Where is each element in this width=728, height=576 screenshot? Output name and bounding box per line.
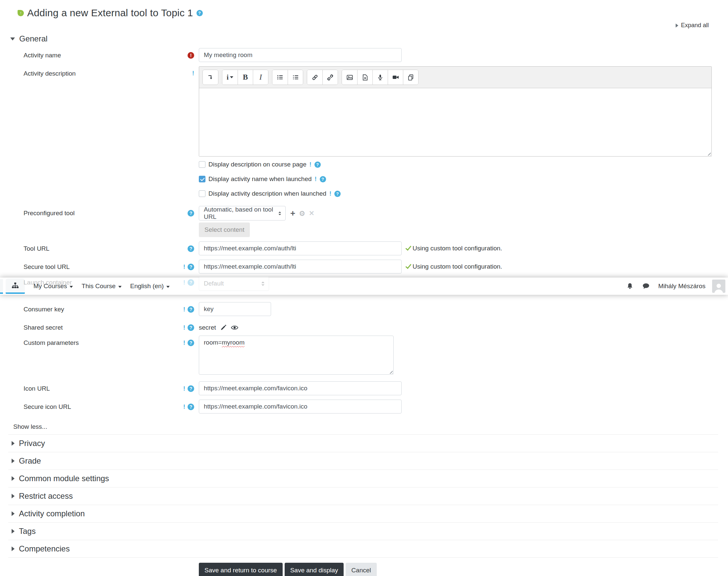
italic-button[interactable]: I xyxy=(253,70,268,85)
required-icon: ! xyxy=(187,52,194,59)
secure-icon-url-label: Secure icon URL xyxy=(24,403,71,410)
display-description-checkbox-row: Display description on course page ! ? xyxy=(199,161,718,168)
record-video-button[interactable] xyxy=(388,70,403,85)
advanced-exclamation-icon: ! xyxy=(183,264,185,270)
activity-name-row: Activity name ! xyxy=(8,48,718,62)
help-icon[interactable]: ? xyxy=(187,246,194,252)
insert-media-button[interactable] xyxy=(357,70,372,85)
help-icon[interactable]: ? xyxy=(187,264,194,270)
custom-parameters-row: Custom parameters ! ? room=myroom xyxy=(8,336,718,375)
secure-tool-url-status: Using custom tool configuration. xyxy=(407,260,502,273)
help-icon[interactable]: ? xyxy=(187,385,194,392)
section-common-module-settings-toggle[interactable]: Common module settings xyxy=(8,469,718,487)
save-and-display-button[interactable]: Save and display xyxy=(285,563,344,576)
page-help-icon[interactable]: ? xyxy=(196,10,203,16)
icon-url-input[interactable] xyxy=(199,381,402,395)
manage-files-button[interactable] xyxy=(403,70,418,85)
section-competencies-toggle[interactable]: Competencies xyxy=(8,540,718,557)
tool-url-input[interactable] xyxy=(199,241,402,255)
link-icon xyxy=(311,74,318,81)
checkbox-label: Display description on course page xyxy=(208,161,306,168)
microphone-icon xyxy=(377,74,384,81)
toolbar-collapse-button[interactable] xyxy=(203,70,218,85)
bell-icon[interactable] xyxy=(626,282,634,290)
help-icon[interactable]: ? xyxy=(320,176,326,182)
nav-this-course-menu[interactable]: This Course xyxy=(82,283,121,290)
video-camera-icon xyxy=(392,74,399,81)
tool-url-row: Tool URL ? Using custom tool configurati… xyxy=(8,241,718,255)
nav-language-menu[interactable]: English (en) xyxy=(130,283,170,290)
bold-button[interactable]: B xyxy=(238,70,253,85)
collapsed-triangle-icon xyxy=(11,459,14,463)
section-privacy-toggle[interactable]: Privacy xyxy=(8,434,718,452)
cancel-button[interactable]: Cancel xyxy=(345,563,376,576)
resize-handle[interactable] xyxy=(388,369,393,374)
shared-secret-label: Shared secret xyxy=(24,324,63,331)
display-activity-name-checkbox[interactable] xyxy=(199,176,206,182)
custom-parameters-textarea[interactable]: room=myroom xyxy=(199,336,394,375)
display-description-checkbox[interactable] xyxy=(199,161,206,168)
section-tags-toggle[interactable]: Tags xyxy=(8,522,718,540)
help-icon[interactable]: ? xyxy=(334,191,341,197)
expand-all-label: Expand all xyxy=(681,22,709,29)
display-activity-description-checkbox[interactable] xyxy=(199,190,206,197)
secure-icon-url-row: Secure icon URL ! ? xyxy=(8,400,718,413)
collapsed-triangle-icon xyxy=(11,441,14,446)
record-audio-button[interactable] xyxy=(372,70,388,85)
site-home-tab[interactable] xyxy=(6,279,25,294)
nav-my-courses-menu[interactable]: My Courses xyxy=(33,283,73,290)
resize-handle[interactable] xyxy=(706,151,711,155)
ordered-list-button[interactable] xyxy=(287,70,303,85)
advanced-exclamation-icon: ! xyxy=(192,70,194,76)
consumer-key-input[interactable] xyxy=(199,302,271,316)
expand-all-link[interactable]: Expand all xyxy=(8,19,718,30)
preconfigured-tool-row: Preconfigured tool ? Automatic, based on… xyxy=(8,206,718,221)
sticky-navbar-zone: My Courses This Course English (en) xyxy=(0,276,728,299)
messages-icon[interactable] xyxy=(642,282,650,290)
link-button[interactable] xyxy=(307,70,323,85)
help-icon[interactable]: ? xyxy=(314,162,321,168)
insert-image-button[interactable] xyxy=(342,70,357,85)
success-check-icon xyxy=(405,263,412,269)
select-arrows-icon xyxy=(278,210,282,216)
page-header: ↑ Adding a new External tool to Topic 1 … xyxy=(8,0,718,19)
section-activity-completion-toggle[interactable]: Activity completion xyxy=(8,505,718,522)
secure-tool-url-input[interactable] xyxy=(199,260,402,273)
edit-tool-gear-icon: ⚙ xyxy=(299,210,305,217)
editor-content-area[interactable] xyxy=(199,88,711,156)
activity-name-input[interactable] xyxy=(199,48,402,62)
activity-description-label: Activity description xyxy=(24,70,75,77)
select-content-button[interactable]: Select content xyxy=(199,223,250,237)
help-icon[interactable]: ? xyxy=(187,306,194,313)
moodle-external-tool-form-page: ↑ Adding a new External tool to Topic 1 … xyxy=(0,0,728,576)
help-icon[interactable]: ? xyxy=(187,404,194,410)
unordered-list-button[interactable] xyxy=(272,70,287,85)
icon-url-row: Icon URL ! ? xyxy=(8,381,718,395)
tool-action-icons: + ⚙ ✕ xyxy=(290,206,314,221)
ordered-list-icon xyxy=(292,74,299,81)
section-restrict-access-toggle[interactable]: Restrict access xyxy=(8,487,718,505)
secure-icon-url-input[interactable] xyxy=(199,400,402,413)
eye-icon[interactable] xyxy=(231,325,239,330)
format-menu-button[interactable]: i xyxy=(222,70,238,85)
help-icon[interactable]: ? xyxy=(187,324,194,331)
chevron-down-icon xyxy=(69,286,73,288)
section-grade-toggle[interactable]: Grade xyxy=(8,452,718,469)
collapsed-triangle-icon xyxy=(11,546,14,551)
edit-pencil-icon[interactable] xyxy=(220,324,226,331)
consumer-key-label: Consumer key xyxy=(24,306,64,313)
unlink-button[interactable] xyxy=(323,70,338,85)
custom-parameters-label: Custom parameters xyxy=(24,339,79,347)
show-less-link[interactable]: Show less... xyxy=(8,418,718,434)
help-icon[interactable]: ? xyxy=(187,210,194,217)
collapsed-triangle-icon xyxy=(676,24,678,28)
secure-tool-url-label: Secure tool URL xyxy=(24,263,69,270)
collapse-arrow-icon xyxy=(207,74,214,81)
section-general-toggle[interactable]: General xyxy=(8,30,718,48)
user-name[interactable]: Mihály Mészáros xyxy=(658,283,705,290)
help-icon[interactable]: ? xyxy=(187,340,194,346)
add-tool-icon[interactable]: + xyxy=(290,209,295,218)
avatar[interactable] xyxy=(712,280,725,293)
save-and-return-button[interactable]: Save and return to course xyxy=(199,563,283,576)
preconfigured-tool-select[interactable]: Automatic, based on tool URL xyxy=(199,206,285,221)
